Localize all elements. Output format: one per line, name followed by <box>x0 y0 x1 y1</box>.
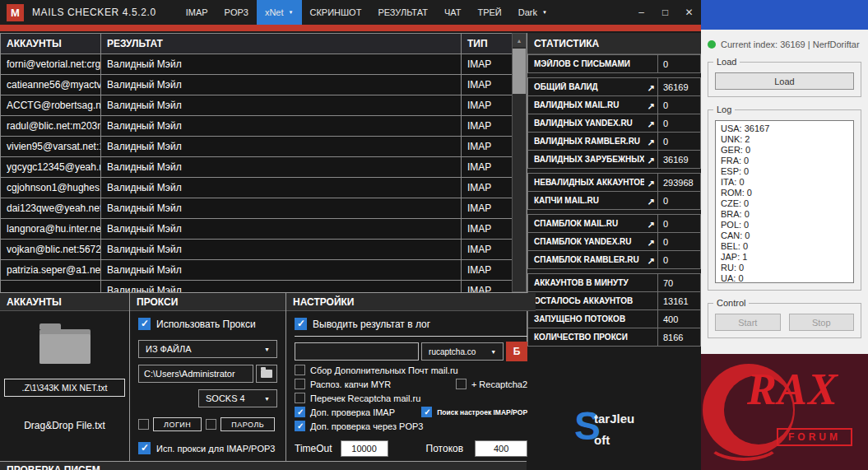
external-arrow-icon[interactable] <box>644 193 657 208</box>
table-row[interactable]: dai123qwe@yeah.net:Валидный МэйлIMAP <box>0 198 527 219</box>
account-cell: dai123qwe@yeah.net: <box>1 198 101 218</box>
scrollbar-up-icon[interactable] <box>513 34 526 47</box>
external-arrow-icon[interactable] <box>644 175 657 190</box>
proxy-imap-pop3-checkbox[interactable] <box>138 442 151 454</box>
external-arrow-icon[interactable] <box>644 253 657 268</box>
log-entry: CAN: 0 <box>721 230 848 241</box>
balance-button[interactable]: Б <box>506 342 527 361</box>
stat-row: ВАЛИДНЫХ YANDEX.RU0 <box>527 114 701 133</box>
column-header-type[interactable]: ТИП <box>462 34 513 54</box>
stat-row: КАПЧИ MAIL.RU0 <box>527 191 701 210</box>
scrollbar-thumb[interactable] <box>513 49 526 94</box>
settings-options: Сбор Дополнительных Почт mail.ruРаспоз. … <box>295 361 527 431</box>
log-output-checkbox[interactable] <box>295 318 307 330</box>
close-button[interactable]: ✕ <box>677 0 701 25</box>
log-group-label: Log <box>713 105 735 114</box>
menu-item-imap[interactable]: IMAP <box>178 0 216 25</box>
results-scrollbar[interactable] <box>512 33 527 292</box>
proxy-path-input[interactable]: C:\Users\Administrator <box>138 365 253 383</box>
crax-arc-icon <box>706 423 782 461</box>
table-row[interactable]: langnora@hu.inter.neВалидный МэйлIMAP <box>0 219 527 240</box>
use-proxy-checkbox[interactable] <box>138 318 151 330</box>
table-row[interactable]: forni@vetorial.net:crgВалидный МэйлIMAP <box>0 54 527 75</box>
option-checkbox[interactable] <box>295 407 305 417</box>
current-index-row: Current index: 36169 | NerfDoriftar <box>708 40 861 49</box>
external-arrow-icon[interactable] <box>644 134 657 149</box>
password-checkbox[interactable] <box>206 419 216 430</box>
threads-input[interactable]: 400 <box>475 440 527 457</box>
option-checkbox[interactable] <box>295 393 305 403</box>
accounts-file-path[interactable]: .Z\1\343K MIX NET.txt <box>4 379 125 397</box>
option-extra-checkbox[interactable] <box>456 379 466 389</box>
table-row[interactable]: patrizia.seper@a1.net:Валидный МэйлIMAP <box>0 260 527 281</box>
option-label: Доп. проверка через POP3 <box>310 421 423 431</box>
column-header-result[interactable]: РЕЗУЛЬТАТ <box>101 34 462 54</box>
table-row[interactable]: vivien95@varsat.net:1Валидный МэйлIMAP <box>0 137 527 157</box>
stat-label: СПАМБЛОК RAMBLER.RU <box>528 255 644 264</box>
stat-group: СПАМБЛОК MAIL.RU0СПАМБЛОК YANDEX.RU0СПАМ… <box>527 214 701 269</box>
option-extra-checkbox[interactable] <box>421 407 432 417</box>
account-cell: ygcygc12345@yeah.n <box>1 157 101 177</box>
proxy-path-row: C:\Users\Administrator <box>138 365 277 383</box>
browse-folder-button[interactable] <box>256 365 277 383</box>
stop-button[interactable]: Stop <box>789 314 855 331</box>
table-row[interactable]: catieanne56@myactv.Валидный МэйлIMAP <box>0 75 527 95</box>
external-arrow-icon[interactable] <box>644 80 657 95</box>
log-entry: USA: 36167 <box>721 123 848 134</box>
type-cell: IMAP <box>462 54 513 74</box>
timeout-input[interactable]: 10000 <box>341 440 388 457</box>
external-arrow-icon[interactable] <box>644 216 657 231</box>
menu-item-результат[interactable]: РЕЗУЛЬТАТ <box>369 0 435 25</box>
menu-item-xnet[interactable]: xNet <box>257 0 302 25</box>
proxy-imap-pop3-row: Исп. прокси для IMAP/POP3 <box>138 442 277 454</box>
option-checkbox[interactable] <box>295 379 305 389</box>
option-checkbox[interactable] <box>295 365 305 375</box>
table-row[interactable]: cgjohnson1@hughes.Валидный МэйлIMAP <box>0 178 527 198</box>
statistics-panel: СТАТИСТИКА МЭЙЛОВ С ПИСЬМАМИ0ОБЩИЙ ВАЛИД… <box>527 33 701 351</box>
stat-value: 400 <box>657 310 700 328</box>
column-header-accounts[interactable]: АККАУНТЫ <box>1 34 101 54</box>
menu-item-чат[interactable]: ЧАТ <box>436 0 470 25</box>
type-cell: IMAP <box>462 157 513 177</box>
menu-item-pop3[interactable]: POP3 <box>216 0 257 25</box>
result-cell: Валидный Мэйл <box>101 219 462 239</box>
proxy-source-select[interactable]: ИЗ ФАЙЛА <box>138 340 277 358</box>
start-button[interactable]: Start <box>715 314 781 331</box>
password-button[interactable]: ПАРОЛЬ <box>220 417 275 431</box>
option-checkbox[interactable] <box>295 421 305 431</box>
table-row[interactable]: vojkan@blic.net:5672Валидный МэйлIMAP <box>0 240 527 260</box>
watermark-line2: oft <box>594 433 610 447</box>
maximize-button[interactable]: □ <box>653 0 677 25</box>
table-row[interactable]: ACCTG@robertsag.netВалидный МэйлIMAP <box>0 95 527 116</box>
stat-row: АККАУНТОВ В МИНУТУ70 <box>527 273 701 292</box>
external-arrow-icon[interactable] <box>644 152 657 167</box>
load-group-label: Load <box>713 57 740 67</box>
log-entry: CZE: 0 <box>721 198 848 209</box>
captcha-key-input[interactable] <box>295 342 419 361</box>
proxy-type-select[interactable]: SOCKS 4 <box>198 389 277 407</box>
stat-row: ВАЛИДНЫХ MAIL.RU0 <box>527 95 701 114</box>
captcha-service-select[interactable]: rucaptcha.co <box>421 342 504 361</box>
option-label: Сбор Дополнительных Почт mail.ru <box>310 365 458 375</box>
loader-titlebar[interactable] <box>701 0 868 30</box>
loader-window: Current index: 36169 | NerfDoriftar Load… <box>701 0 868 470</box>
settings-panel-body: Выводить результат в лог rucaptcha.co Б … <box>286 311 536 457</box>
menu-item-скриншот[interactable]: СКРИНШОТ <box>302 0 370 25</box>
option-label: Перечек Recaptcha mail.ru <box>310 393 420 403</box>
table-row[interactable]: ygcygc12345@yeah.nВалидный МэйлIMAP <box>0 157 527 178</box>
minimize-button[interactable]: – <box>629 0 653 25</box>
login-checkbox[interactable] <box>138 419 149 430</box>
load-button[interactable]: Load <box>715 72 854 90</box>
log-list[interactable]: USA: 36167UNK: 2GER: 0FRA: 0ESP: 0ITA: 0… <box>715 120 854 283</box>
external-arrow-icon[interactable] <box>644 116 657 131</box>
table-row[interactable]: radul@blic.net:m203nВалидный МэйлIMAP <box>0 116 527 137</box>
menu-item-dark[interactable]: Dark <box>510 0 555 25</box>
proxy-panel: ПРОКСИ Использовать Прокси ИЗ ФАЙЛА C:\U… <box>130 293 286 470</box>
stat-value: 0 <box>657 192 700 209</box>
accounts-dropzone[interactable]: .Z\1\343K MIX NET.txt Drag&Drop File.txt <box>0 311 129 431</box>
external-arrow-icon[interactable] <box>644 235 657 249</box>
menu-item-трей[interactable]: ТРЕЙ <box>469 0 509 25</box>
external-arrow-icon[interactable] <box>644 98 657 113</box>
login-button[interactable]: ЛОГИН <box>153 417 202 431</box>
account-cell: patrizia.seper@a1.net: <box>1 260 101 280</box>
